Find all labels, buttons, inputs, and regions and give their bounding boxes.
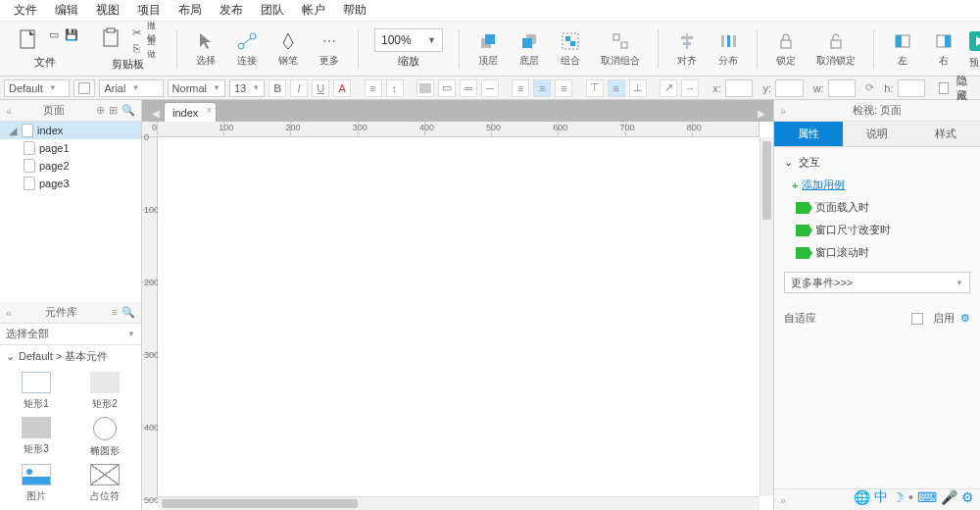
h-input[interactable] (898, 79, 926, 97)
library-filter-select[interactable]: 选择全部▼ (0, 324, 141, 345)
tree-item-page1[interactable]: page1 (0, 139, 141, 157)
widget-rect1[interactable]: 矩形1 (4, 372, 69, 411)
w-input[interactable] (828, 79, 857, 97)
menu-publish[interactable]: 发布 (212, 0, 251, 21)
v-align-mid[interactable]: ≡ (608, 79, 625, 97)
menu-account[interactable]: 帐户 (294, 0, 333, 21)
save-icon[interactable]: 💾 (65, 27, 78, 41)
widget-placeholder[interactable]: 占位符 (73, 464, 137, 503)
tab-index[interactable]: index× (164, 102, 217, 122)
fill-color-select[interactable] (74, 79, 95, 97)
tree-item-page2[interactable]: page2 (0, 157, 141, 175)
h-align-right[interactable]: ≡ (555, 79, 572, 97)
paste-button[interactable] (94, 26, 127, 55)
hscrollbar[interactable] (158, 496, 760, 510)
weight-select[interactable]: Normal▼ (168, 79, 225, 97)
library-menu-icon[interactable]: ≡ (112, 306, 118, 319)
cut-icon[interactable]: ✂ (129, 26, 143, 39)
library-category[interactable]: ⌄Default > 基本元件 (0, 345, 141, 368)
v-align-bot[interactable]: ⊥ (629, 79, 647, 97)
collapse-icon[interactable]: » (780, 494, 786, 506)
tray-icon[interactable]: ☽ (892, 489, 905, 505)
more-tools[interactable]: ⋯更多 (313, 28, 346, 70)
zoom-select[interactable]: 100%▼ (374, 28, 443, 52)
adaptive-settings-icon[interactable]: ⚙ (960, 312, 970, 325)
tray-icon[interactable]: ⌨ (917, 489, 937, 505)
v-align-top[interactable]: ⊤ (586, 79, 604, 97)
preview-button[interactable]: 预览 (960, 26, 980, 72)
italic-button[interactable]: I (290, 79, 308, 97)
enable-checkbox[interactable] (911, 313, 923, 325)
add-case-link[interactable]: +添加用例 (792, 178, 970, 192)
close-tab-icon[interactable]: × (206, 105, 212, 116)
y-input[interactable] (775, 79, 804, 97)
new-file-button[interactable] (12, 27, 45, 53)
dims-link-icon[interactable]: ⟳ (865, 81, 874, 94)
tab-style[interactable]: 样式 (911, 122, 980, 146)
text-color-button[interactable]: A (333, 79, 351, 97)
send-back[interactable]: 底层 (513, 28, 546, 70)
h-align-center[interactable]: ≡ (533, 79, 551, 97)
underline-button[interactable]: U (312, 79, 329, 97)
vscrollbar[interactable] (760, 137, 773, 496)
more-events-select[interactable]: 更多事件>>>▼ (784, 272, 970, 293)
widget-ellipse[interactable]: 椭圆形 (73, 417, 137, 458)
open-icon[interactable]: ▭ (47, 27, 61, 41)
ungroup-btn[interactable]: 取消组合 (595, 28, 646, 70)
add-folder-icon[interactable]: ⊞ (109, 104, 118, 117)
distribute-btn[interactable]: 分布 (711, 28, 745, 70)
style-preset-select[interactable]: Default▼ (4, 79, 70, 97)
menu-file[interactable]: 文件 (6, 0, 45, 21)
tab-notes[interactable]: 说明 (843, 122, 911, 146)
tab-scroll-left[interactable]: ◀ (148, 104, 164, 122)
tab-scroll-right[interactable]: ▶ (754, 104, 769, 122)
collapse-icon[interactable]: » (780, 105, 786, 117)
menu-help[interactable]: 帮助 (335, 0, 374, 21)
align-btn[interactable]: 对齐 (670, 28, 704, 70)
add-page-icon[interactable]: ⊕ (96, 104, 105, 117)
menu-edit[interactable]: 编辑 (47, 0, 86, 21)
tray-icon[interactable]: 🎤 (941, 489, 957, 505)
widget-image[interactable]: 图片 (4, 464, 69, 503)
border-width-button[interactable]: ═ (460, 79, 477, 97)
copy-icon[interactable]: ⎘ (129, 41, 143, 55)
font-select[interactable]: Arial▼ (99, 79, 163, 97)
hscroll-thumb[interactable] (162, 499, 358, 508)
tree-root[interactable]: ◢index (0, 122, 141, 139)
pen-tool[interactable]: 钢笔 (271, 28, 305, 70)
connect-tool[interactable]: 连接 (230, 28, 264, 70)
event-window-resize[interactable]: 窗口尺寸改变时 (796, 223, 970, 237)
hide-checkbox[interactable] (939, 82, 950, 94)
event-page-load[interactable]: 页面载入时 (796, 200, 970, 215)
library-search-icon[interactable]: 🔍 (122, 306, 135, 319)
align-left-btn[interactable]: 左 (886, 28, 919, 70)
fontsize-select[interactable]: 13▼ (229, 79, 265, 97)
section-interactions[interactable]: ⌄交互 (784, 155, 970, 170)
collapse-icon[interactable]: « (6, 307, 12, 319)
bring-front[interactable]: 顶层 (471, 28, 505, 70)
bullets-button[interactable]: ≡ (365, 79, 382, 97)
select-tool[interactable]: 选择 (189, 28, 222, 70)
align-right-btn[interactable]: 右 (927, 28, 960, 70)
tree-item-page3[interactable]: page3 (0, 175, 141, 192)
tab-properties[interactable]: 属性 (774, 122, 843, 146)
widget-rect3[interactable]: 矩形3 (4, 417, 69, 458)
tray-icon[interactable]: 🌐 (854, 489, 870, 505)
h-align-left[interactable]: ≡ (512, 79, 529, 97)
line-style-button[interactable]: ─ (481, 79, 499, 97)
group-btn[interactable]: 组合 (554, 28, 587, 70)
bg-fill-button[interactable] (416, 79, 434, 97)
widget-rect2[interactable]: 矩形2 (73, 372, 137, 411)
collapse-icon[interactable]: « (6, 105, 12, 117)
lock-btn[interactable]: 锁定 (769, 28, 803, 70)
tray-icon[interactable]: • (908, 489, 913, 505)
menu-project[interactable]: 项目 (129, 0, 169, 21)
border-style-button[interactable]: ▭ (438, 79, 456, 97)
menu-view[interactable]: 视图 (88, 0, 127, 21)
event-window-scroll[interactable]: 窗口滚动时 (796, 245, 970, 260)
lineheight-button[interactable]: ↕ (386, 79, 404, 97)
menu-team[interactable]: 团队 (253, 0, 292, 21)
tray-icon[interactable]: ⚙ (961, 489, 974, 505)
vscroll-thumb[interactable] (762, 141, 771, 220)
x-input[interactable] (725, 79, 754, 97)
